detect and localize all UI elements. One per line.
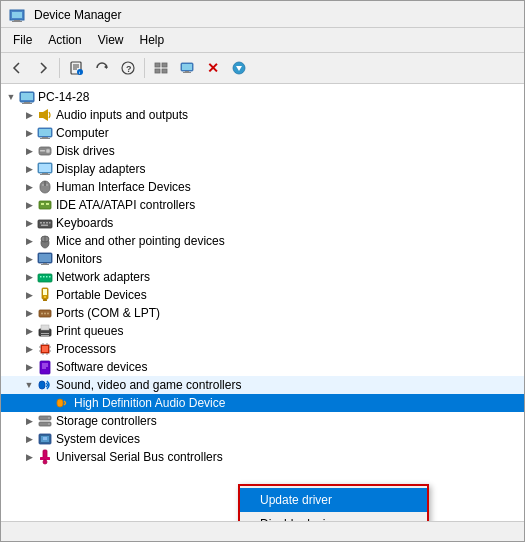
main-window: Device Manager File Action View Help i: [0, 0, 525, 542]
status-bar: [1, 521, 524, 541]
hid-expand[interactable]: ▶: [21, 179, 37, 195]
tree-item-mice[interactable]: ▶ Mice and other pointing devices: [1, 232, 524, 250]
disk-expand[interactable]: ▶: [21, 143, 37, 159]
mice-icon: [37, 233, 53, 249]
tree-item-ports[interactable]: ▶ Ports (COM & LPT): [1, 304, 524, 322]
tree-item-keyboard[interactable]: ▶ Keyboards: [1, 214, 524, 232]
computer-button[interactable]: [175, 56, 199, 80]
root-expand[interactable]: ▼: [3, 89, 19, 105]
remove-button[interactable]: ✕: [201, 56, 225, 80]
window-icon: [9, 7, 25, 23]
usb-icon: [37, 449, 53, 465]
svg-rect-60: [38, 274, 52, 282]
svg-rect-61: [40, 276, 42, 278]
network-expand[interactable]: ▶: [21, 269, 37, 285]
system-label: System devices: [56, 432, 140, 446]
monitor-expand[interactable]: ▶: [21, 251, 37, 267]
svg-rect-63: [46, 276, 48, 278]
tree-item-sound[interactable]: ▼ Sound, video and game controllers: [1, 376, 524, 394]
svg-point-67: [44, 296, 46, 298]
tree-item-ide[interactable]: ▶ IDE ATA/ATAPI controllers: [1, 196, 524, 214]
view-button[interactable]: [149, 56, 173, 80]
toolbar-sep-2: [144, 58, 145, 78]
portable-label: Portable Devices: [56, 288, 147, 302]
display-expand[interactable]: ▶: [21, 161, 37, 177]
svg-rect-50: [46, 222, 48, 224]
tree-item-hid[interactable]: ▶ Human Interface Devices: [1, 178, 524, 196]
ports-label: Ports (COM & LPT): [56, 306, 160, 320]
hd-audio-icon: [55, 395, 71, 411]
sound-icon: [37, 377, 53, 393]
tree-item-disk[interactable]: ▶ Disk drives: [1, 142, 524, 160]
menu-action[interactable]: Action: [40, 30, 89, 50]
tree-item-system[interactable]: ▶ System devices: [1, 430, 524, 448]
tree-item-processor[interactable]: ▶ Processors: [1, 340, 524, 358]
network-label: Network adapters: [56, 270, 150, 284]
keyboard-label: Keyboards: [56, 216, 113, 230]
svg-point-72: [47, 313, 49, 315]
print-expand[interactable]: ▶: [21, 323, 37, 339]
context-menu-update-driver[interactable]: Update driver: [240, 488, 427, 512]
svg-point-95: [48, 417, 50, 419]
svg-rect-48: [40, 222, 42, 224]
tree-panel[interactable]: ▼ PC-14-28 ▶: [1, 84, 524, 521]
disk-icon: [37, 143, 53, 159]
tree-item-print[interactable]: ▶ Print queues: [1, 322, 524, 340]
back-button[interactable]: [5, 56, 29, 80]
processor-expand[interactable]: ▶: [21, 341, 37, 357]
system-expand[interactable]: ▶: [21, 431, 37, 447]
tree-item-portable[interactable]: ▶ Portable Devices: [1, 286, 524, 304]
menu-file[interactable]: File: [5, 30, 40, 50]
menu-help[interactable]: Help: [132, 30, 173, 50]
svg-rect-74: [41, 325, 49, 330]
svg-text:i: i: [79, 70, 80, 75]
tree-item-computer[interactable]: ▶ Computer: [1, 124, 524, 142]
svg-rect-24: [21, 93, 33, 100]
menu-view[interactable]: View: [90, 30, 132, 50]
usb-label: Universal Serial Bus controllers: [56, 450, 223, 464]
forward-button[interactable]: [31, 56, 55, 80]
processor-icon: [37, 341, 53, 357]
svg-rect-16: [162, 69, 167, 73]
keyboard-expand[interactable]: ▶: [21, 215, 37, 231]
sound-expand[interactable]: ▼: [21, 377, 37, 393]
tree-item-display[interactable]: ▶ Display adapters: [1, 160, 524, 178]
tree-item-software[interactable]: ▶ Software devices: [1, 358, 524, 376]
tree-item-hd-audio[interactable]: High Definition Audio Device: [1, 394, 524, 412]
ide-expand[interactable]: ▶: [21, 197, 37, 213]
help-button[interactable]: ?: [116, 56, 140, 80]
disable-device-label: Disable device: [260, 517, 338, 521]
storage-expand[interactable]: ▶: [21, 413, 37, 429]
svg-marker-10: [104, 65, 107, 69]
svg-point-71: [44, 313, 46, 315]
refresh-button[interactable]: [90, 56, 114, 80]
install-button[interactable]: [227, 56, 251, 80]
tree-item-network[interactable]: ▶ Network adapters: [1, 268, 524, 286]
software-expand[interactable]: ▶: [21, 359, 37, 375]
menu-bar: File Action View Help: [1, 28, 524, 53]
mice-expand[interactable]: ▶: [21, 233, 37, 249]
ports-expand[interactable]: ▶: [21, 305, 37, 321]
properties-button[interactable]: i: [64, 56, 88, 80]
svg-rect-1: [12, 12, 22, 18]
svg-point-42: [42, 184, 44, 186]
tree-item-audio[interactable]: ▶ Audio inputs and outputs: [1, 106, 524, 124]
tree-item-storage[interactable]: ▶ Storage controllers: [1, 412, 524, 430]
portable-icon: [37, 287, 53, 303]
tree-root[interactable]: ▼ PC-14-28: [1, 88, 524, 106]
svg-rect-78: [42, 346, 48, 352]
computer-expand[interactable]: ▶: [21, 125, 37, 141]
context-menu-disable-device[interactable]: Disable device: [240, 512, 427, 521]
svg-rect-44: [39, 201, 51, 209]
ide-label: IDE ATA/ATAPI controllers: [56, 198, 195, 212]
tree-item-usb[interactable]: ▶ Universal Serial Bus controllers: [1, 448, 524, 466]
svg-point-43: [46, 184, 48, 186]
audio-expand[interactable]: ▶: [21, 107, 37, 123]
portable-expand[interactable]: ▶: [21, 287, 37, 303]
hid-icon: [37, 179, 53, 195]
svg-text:?: ?: [126, 64, 132, 74]
svg-point-96: [48, 423, 50, 425]
display-icon: [37, 161, 53, 177]
tree-item-monitor[interactable]: ▶ Monitors: [1, 250, 524, 268]
usb-expand[interactable]: ▶: [21, 449, 37, 465]
